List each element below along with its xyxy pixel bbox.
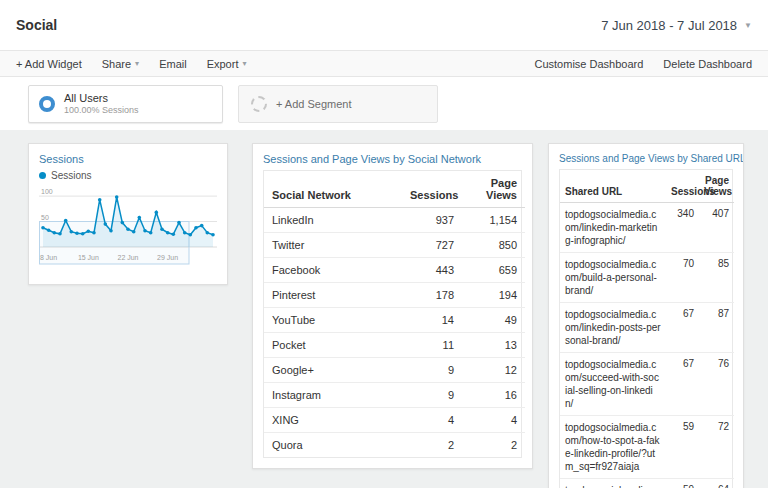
page-title: Social	[16, 17, 57, 33]
svg-text:22 Jun: 22 Jun	[117, 254, 138, 261]
page-views-cell: 85	[699, 253, 734, 303]
table-row: YouTube 14 49	[264, 308, 525, 333]
add-widget-button[interactable]: + Add Widget	[16, 58, 82, 70]
network-table-widget: Sessions and Page Views by Social Networ…	[252, 143, 533, 469]
sessions-cell: 14	[402, 308, 462, 333]
sessions-chart-svg: 100508 Jun15 Jun22 Jun29 Jun	[39, 183, 217, 265]
chevron-down-icon: ▾	[242, 59, 246, 68]
table-row: Instagram 9 16	[264, 383, 525, 408]
sessions-cell: 443	[402, 258, 462, 283]
page-views-cell: 4	[462, 408, 525, 433]
network-name-cell: Instagram	[264, 383, 402, 408]
table-row: Pinterest 178 194	[264, 283, 525, 308]
table-row: topdogsocialmedia.com/linkedin-etiquette…	[560, 479, 734, 488]
dashboard-toolbar: + Add Widget Share ▾ Email Export ▾ Cust…	[0, 50, 768, 77]
widget-title: Sessions and Page Views by Social Networ…	[253, 144, 532, 170]
network-name-cell: Facebook	[264, 258, 402, 283]
page-views-cell: 87	[699, 303, 734, 353]
email-button[interactable]: Email	[159, 58, 187, 70]
network-name-cell: LinkedIn	[264, 208, 402, 233]
network-name-cell: XING	[264, 408, 402, 433]
sessions-cell: 59	[666, 479, 699, 488]
export-button[interactable]: Export ▾	[207, 58, 247, 70]
table-row: XING 4 4	[264, 408, 525, 433]
analytics-dashboard: Social 7 Jun 2018 - 7 Jul 2018 ▼ + Add W…	[0, 0, 768, 488]
shared-url-table-widget: Sessions and Page Views by Shared URL Sh…	[548, 143, 744, 488]
sessions-widget: Sessions Sessions 100508 Jun15 Jun22 Jun…	[28, 143, 228, 285]
shared-url-table: Shared URL Sessions Page Views topdogsoc…	[559, 169, 733, 488]
column-header-sessions[interactable]: Sessions	[402, 171, 462, 208]
table-row: topdogsocialmedia.com/linkedin-marketing…	[560, 203, 734, 253]
add-segment-circle-icon	[251, 96, 267, 112]
toolbar-left-group: + Add Widget Share ▾ Email Export ▾	[16, 58, 246, 70]
segment-all-users[interactable]: All Users 100.00% Sessions	[28, 85, 223, 123]
table-row: Google+ 9 12	[264, 358, 525, 383]
table-row: topdogsocialmedia.com/build-a-personal-b…	[560, 253, 734, 303]
network-table: Social Network Sessions Page Views Linke…	[263, 170, 522, 458]
shared-url-cell: topdogsocialmedia.com/linkedin-etiquette…	[560, 479, 666, 488]
sessions-cell: 340	[666, 203, 699, 253]
table-row: topdogsocialmedia.com/how-to-spot-a-fake…	[560, 416, 734, 479]
sessions-cell: 4	[402, 408, 462, 433]
legend-dot-icon	[39, 172, 46, 179]
date-range-selector[interactable]: 7 Jun 2018 - 7 Jul 2018 ▼	[601, 18, 752, 33]
column-header-page-views[interactable]: Page Views	[699, 170, 734, 203]
segment-donut-icon	[39, 96, 55, 112]
page-views-cell: 76	[699, 353, 734, 416]
shared-url-cell: topdogsocialmedia.com/how-to-spot-a-fake…	[560, 416, 666, 479]
page-views-cell: 850	[462, 233, 525, 258]
column-header-sessions[interactable]: Sessions	[666, 170, 699, 203]
svg-text:15 Jun: 15 Jun	[78, 254, 99, 261]
page-views-cell: 407	[699, 203, 734, 253]
header-bar: Social 7 Jun 2018 - 7 Jul 2018 ▼	[0, 0, 768, 50]
delete-dashboard-button[interactable]: Delete Dashboard	[663, 58, 752, 70]
add-segment-button[interactable]: + Add Segment	[238, 85, 438, 123]
table-header-row: Shared URL Sessions Page Views	[560, 170, 734, 203]
column-header-page-views[interactable]: Page Views	[462, 171, 525, 208]
share-button[interactable]: Share ▾	[102, 58, 139, 70]
shared-url-cell: topdogsocialmedia.com/build-a-personal-b…	[560, 253, 666, 303]
sessions-cell: 727	[402, 233, 462, 258]
segment-label: All Users	[64, 92, 139, 104]
customise-dashboard-button[interactable]: Customise Dashboard	[534, 58, 643, 70]
network-table-body: LinkedIn 937 1,154 Twitter 727 850 Faceb…	[264, 208, 525, 458]
widget-title: Sessions	[29, 144, 227, 170]
page-views-cell: 194	[462, 283, 525, 308]
sessions-cell: 70	[666, 253, 699, 303]
sessions-cell: 2	[402, 433, 462, 458]
add-segment-label: + Add Segment	[276, 98, 352, 110]
shared-url-cell: topdogsocialmedia.com/succeed-with-socia…	[560, 353, 666, 416]
sessions-cell: 9	[402, 383, 462, 408]
table-row: Twitter 727 850	[264, 233, 525, 258]
table-row: Pocket 11 13	[264, 333, 525, 358]
sessions-cell: 178	[402, 283, 462, 308]
page-views-cell: 12	[462, 358, 525, 383]
segment-detail: 100.00% Sessions	[64, 105, 139, 115]
date-range-label: 7 Jun 2018 - 7 Jul 2018	[601, 18, 737, 33]
sessions-line-chart: 100508 Jun15 Jun22 Jun29 Jun	[39, 183, 217, 269]
page-views-cell: 2	[462, 433, 525, 458]
page-views-cell: 659	[462, 258, 525, 283]
network-name-cell: Pinterest	[264, 283, 402, 308]
sessions-cell: 9	[402, 358, 462, 383]
svg-text:50: 50	[41, 214, 49, 221]
svg-text:8 Jun: 8 Jun	[40, 254, 57, 261]
segments-strip: All Users 100.00% Sessions + Add Segment	[0, 77, 768, 130]
svg-text:100: 100	[41, 188, 53, 195]
column-header-social-network[interactable]: Social Network	[264, 171, 402, 208]
sessions-cell: 67	[666, 353, 699, 416]
legend-label: Sessions	[51, 170, 92, 181]
page-views-cell: 16	[462, 383, 525, 408]
svg-text:29 Jun: 29 Jun	[157, 254, 178, 261]
shared-url-cell: topdogsocialmedia.com/linkedin-marketing…	[560, 203, 666, 253]
shared-url-table-body: topdogsocialmedia.com/linkedin-marketing…	[560, 203, 734, 488]
column-header-shared-url[interactable]: Shared URL	[560, 170, 666, 203]
shared-url-cell: topdogsocialmedia.com/linkedin-posts-per…	[560, 303, 666, 353]
table-row: Facebook 443 659	[264, 258, 525, 283]
dashboard-main: Sessions Sessions 100508 Jun15 Jun22 Jun…	[0, 130, 768, 488]
chevron-down-icon: ▾	[135, 59, 139, 68]
network-name-cell: Quora	[264, 433, 402, 458]
table-row: Quora 2 2	[264, 433, 525, 458]
network-name-cell: Twitter	[264, 233, 402, 258]
toolbar-right-group: Customise Dashboard Delete Dashboard	[534, 58, 752, 70]
